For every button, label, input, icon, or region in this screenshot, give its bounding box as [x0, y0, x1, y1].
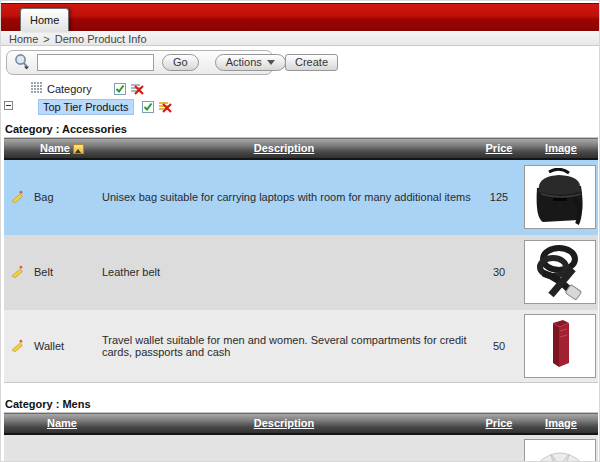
tree-node-top-tier: Top Tier Products [1, 99, 599, 115]
toolbar: Go Actions Create [1, 46, 599, 78]
column-header-price[interactable]: Price [474, 413, 524, 434]
breadcrumb-home-link[interactable]: Home [9, 33, 38, 45]
table-row-belt: Belt Leather belt 30 [4, 235, 598, 310]
table-row-shirt-partial [4, 434, 598, 462]
app-window: Home Home > Demo Product Info Go Actions [0, 0, 600, 462]
column-header-description[interactable]: Description [94, 138, 474, 159]
search-bar-region: Go Actions [6, 50, 273, 75]
accessories-report-table: Name Description Price Image [4, 137, 598, 383]
section-title-accessories: Category : Accessories [5, 123, 599, 135]
go-button-label: Go [173, 56, 188, 68]
tree-collapse-icon[interactable] [4, 101, 13, 110]
breadcrumb-separator: > [43, 33, 49, 45]
tree-node-category-label[interactable]: Category [47, 83, 92, 95]
column-header-name[interactable]: Name [30, 413, 94, 434]
cell-name: Wallet [30, 310, 94, 383]
column-header-name[interactable]: Name [30, 138, 94, 159]
table-row-bag: Bag Unisex bag suitable for carrying lap… [4, 159, 598, 235]
create-button-label: Create [295, 56, 328, 68]
category-checkbox[interactable] [114, 83, 126, 95]
breadcrumb-current: Demo Product Info [55, 33, 147, 45]
edit-pencil-icon[interactable] [10, 189, 24, 205]
tab-home-label: Home [30, 14, 59, 26]
wallet-photo-image [524, 314, 596, 378]
edit-column-header [4, 413, 30, 434]
top-tab-bar: Home [1, 3, 599, 31]
remove-top-tier-filter-icon[interactable] [159, 101, 173, 114]
grid-break-icon [31, 82, 43, 96]
accessories-header-row: Name Description Price Image [4, 138, 598, 159]
column-header-description-label: Description [254, 142, 315, 154]
cell-price: 30 [474, 235, 524, 310]
chevron-down-icon [267, 60, 275, 65]
belt-photo-image [524, 240, 596, 304]
column-header-image[interactable]: Image [524, 138, 598, 159]
remove-category-break-icon[interactable] [131, 83, 145, 96]
column-header-price-label: Price [486, 142, 513, 154]
cell-description: Leather belt [94, 235, 474, 310]
column-header-image-label: Image [545, 142, 577, 154]
edit-pencil-icon[interactable] [10, 264, 24, 280]
cell-name: Bag [30, 159, 94, 235]
tree-node-category: Category [31, 82, 599, 96]
search-icon[interactable] [13, 53, 32, 71]
tree-node-top-tier-label[interactable]: Top Tier Products [38, 99, 134, 115]
column-header-description[interactable]: Description [94, 413, 474, 434]
top-tier-checkbox[interactable] [142, 101, 154, 113]
column-header-price-label: Price [486, 417, 513, 429]
tab-home[interactable]: Home [20, 8, 69, 31]
column-header-description-label: Description [254, 417, 315, 429]
go-button[interactable]: Go [162, 54, 199, 71]
column-header-price[interactable]: Price [474, 138, 524, 159]
column-header-name-label: Name [47, 417, 77, 429]
breadcrumb: Home > Demo Product Info [1, 31, 599, 46]
cell-price: 50 [474, 310, 524, 383]
bag-photo-image [524, 165, 596, 229]
cell-price: 125 [474, 159, 524, 235]
column-header-image[interactable]: Image [524, 413, 598, 434]
edit-pencil-icon[interactable] [10, 338, 24, 354]
actions-button[interactable]: Actions [215, 54, 286, 71]
create-button[interactable]: Create [285, 54, 338, 71]
column-header-image-label: Image [545, 417, 577, 429]
cell-description: Unisex bag suitable for carrying laptops… [94, 159, 474, 235]
column-header-name-label: Name [40, 142, 70, 154]
mens-header-row: Name Description Price Image [4, 413, 598, 434]
category-tree: Category Top Tier Products [1, 78, 599, 114]
cell-description: Travel wallet suitable for men and women… [94, 310, 474, 383]
table-row-wallet: Wallet Travel wallet suitable for men an… [4, 310, 598, 383]
shirt-photo-image [524, 439, 596, 462]
actions-button-label: Actions [226, 56, 262, 68]
sort-ascending-icon [73, 144, 84, 154]
edit-column-header [4, 138, 30, 159]
cell-name: Belt [30, 235, 94, 310]
search-input[interactable] [37, 54, 154, 71]
mens-report-table: Name Description Price Image [4, 412, 598, 462]
section-title-mens: Category : Mens [5, 398, 599, 410]
